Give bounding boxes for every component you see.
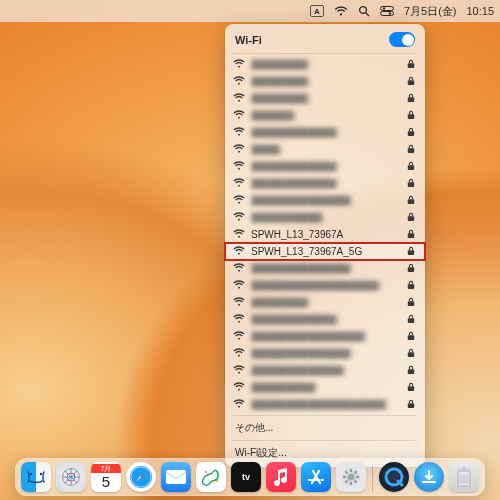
- lock-icon: [407, 399, 415, 411]
- wifi-signal-icon: [233, 263, 245, 275]
- svg-rect-16: [408, 233, 414, 238]
- dock-music-icon[interactable]: [266, 462, 296, 492]
- wifi-network-row[interactable]: ██████████████: [225, 345, 425, 362]
- wifi-network-row[interactable]: ████: [225, 141, 425, 158]
- wifi-network-name: ████████: [251, 93, 401, 104]
- spotlight-icon[interactable]: [358, 5, 370, 17]
- dock-separator: [372, 466, 373, 492]
- wifi-signal-icon: [233, 229, 245, 241]
- wifi-network-row[interactable]: SPWH_L13_73967A: [225, 226, 425, 243]
- wifi-network-row[interactable]: ████████: [225, 56, 425, 73]
- control-center-icon[interactable]: [380, 6, 394, 16]
- dock-mail-icon[interactable]: [161, 462, 191, 492]
- lock-icon: [407, 382, 415, 394]
- wifi-network-row[interactable]: ██████████████████: [225, 277, 425, 294]
- wifi-signal-icon: [233, 93, 245, 105]
- dock-container: 7月 5 tv: [15, 458, 485, 496]
- wifi-header: Wi-Fi: [225, 29, 425, 51]
- wifi-network-row[interactable]: ████████: [225, 294, 425, 311]
- lock-icon: [407, 246, 415, 258]
- svg-rect-2: [380, 7, 393, 11]
- dock-trash-icon[interactable]: [449, 462, 479, 492]
- menu-bar: A 7月5日(金) 10:15: [0, 0, 500, 22]
- wifi-network-name: ████████████: [251, 178, 401, 189]
- svg-point-28: [40, 473, 42, 475]
- wifi-network-row[interactable]: █████████████: [225, 362, 425, 379]
- lock-icon: [407, 297, 415, 309]
- dock-downloads-icon[interactable]: [414, 462, 444, 492]
- wifi-toggle[interactable]: [389, 32, 415, 47]
- lock-icon: [407, 161, 415, 173]
- menubar-date[interactable]: 7月5日(金): [404, 4, 457, 19]
- wifi-network-row[interactable]: ████████████: [225, 124, 425, 141]
- svg-rect-7: [408, 80, 414, 85]
- wifi-network-name: ████████████: [251, 161, 401, 172]
- wifi-signal-icon: [233, 331, 245, 343]
- svg-point-36: [205, 471, 207, 473]
- wifi-network-row[interactable]: █████████: [225, 379, 425, 396]
- wifi-network-name: █████████████: [251, 365, 401, 376]
- dock-settings-icon[interactable]: [336, 462, 366, 492]
- lock-icon: [407, 59, 415, 71]
- dock-tv-icon[interactable]: tv: [231, 462, 261, 492]
- wifi-network-name: SPWH_L13_73967A_5G: [251, 246, 401, 257]
- lock-icon: [407, 178, 415, 190]
- dock-appstore-icon[interactable]: [301, 462, 331, 492]
- svg-point-4: [383, 7, 385, 9]
- wifi-signal-icon: [233, 212, 245, 224]
- lock-icon: [407, 127, 415, 139]
- wifi-menu-icon[interactable]: [334, 6, 348, 17]
- wifi-network-row[interactable]: ████████████: [225, 175, 425, 192]
- wifi-network-row[interactable]: ██████████████: [225, 260, 425, 277]
- wifi-network-row[interactable]: ████████: [225, 73, 425, 90]
- wifi-signal-icon: [233, 161, 245, 173]
- wifi-network-name: ███████████████████: [251, 399, 401, 410]
- wifi-network-row[interactable]: ████████: [225, 90, 425, 107]
- lock-icon: [407, 93, 415, 105]
- wifi-network-row[interactable]: ████████████: [225, 311, 425, 328]
- wifi-network-row[interactable]: SPWH_L13_73967A_5G: [225, 243, 425, 260]
- wifi-other-networks[interactable]: その他...: [225, 418, 425, 438]
- svg-rect-11: [408, 148, 414, 153]
- wifi-network-name: ████████████: [251, 314, 401, 325]
- wifi-network-name: ██████: [251, 110, 401, 121]
- wifi-network-name: ████████: [251, 76, 401, 87]
- svg-rect-18: [408, 267, 414, 272]
- svg-rect-24: [408, 369, 414, 374]
- wifi-network-row[interactable]: ███████████████████: [225, 396, 425, 413]
- lock-icon: [407, 331, 415, 343]
- wifi-network-row[interactable]: ████████████: [225, 158, 425, 175]
- wifi-signal-icon: [233, 76, 245, 88]
- dock-finder-icon[interactable]: [21, 462, 51, 492]
- svg-rect-23: [408, 352, 414, 357]
- wifi-network-name: ████: [251, 144, 401, 155]
- wifi-signal-icon: [233, 195, 245, 207]
- svg-rect-35: [166, 470, 186, 484]
- wifi-network-name: ██████████████: [251, 348, 401, 359]
- wifi-signal-icon: [233, 365, 245, 377]
- wifi-network-name: ██████████: [251, 212, 401, 223]
- wifi-network-row[interactable]: ████████████████: [225, 328, 425, 345]
- wifi-network-row[interactable]: ██████: [225, 107, 425, 124]
- menubar-time[interactable]: 10:15: [466, 5, 494, 17]
- wifi-signal-icon: [233, 178, 245, 190]
- svg-rect-55: [462, 467, 467, 469]
- input-source-indicator[interactable]: A: [310, 5, 324, 17]
- svg-point-27: [30, 473, 32, 475]
- lock-icon: [407, 263, 415, 275]
- tv-label: tv: [242, 472, 250, 482]
- dock-safari-icon[interactable]: [126, 462, 156, 492]
- wifi-signal-icon: [233, 59, 245, 71]
- wifi-signal-icon: [233, 144, 245, 156]
- lock-icon: [407, 229, 415, 241]
- dock-launchpad-icon[interactable]: [56, 462, 86, 492]
- svg-rect-26: [408, 403, 414, 408]
- wifi-network-row[interactable]: ██████████████: [225, 192, 425, 209]
- wifi-network-name: ████████████: [251, 127, 401, 138]
- dock-freeform-icon[interactable]: [196, 462, 226, 492]
- lock-icon: [407, 144, 415, 156]
- dock-calendar-icon[interactable]: 7月 5: [91, 462, 121, 492]
- wifi-network-name: ██████████████: [251, 263, 401, 274]
- dock-quicktime-icon[interactable]: [379, 462, 409, 492]
- wifi-network-row[interactable]: ██████████: [225, 209, 425, 226]
